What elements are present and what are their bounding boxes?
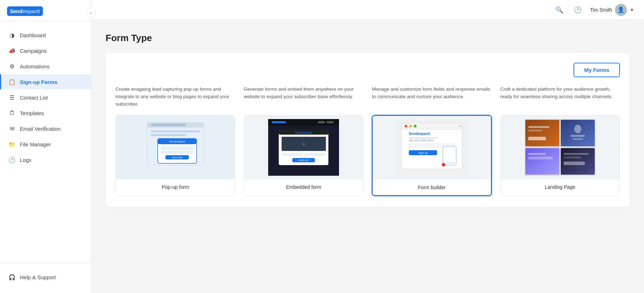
search-icon[interactable]: 🔍 (553, 4, 565, 16)
svg-text:Sendimpactt: Sendimpactt (409, 132, 430, 136)
embedded-form-image: Sendimpactt ✉ SIGN UP (244, 115, 363, 179)
sidebar-item-label: File Manager (20, 141, 51, 147)
svg-rect-48 (528, 130, 542, 131)
svg-text:Sendimpactt: Sendimpactt (169, 140, 185, 143)
svg-point-50 (574, 125, 581, 133)
svg-rect-53 (528, 153, 546, 155)
svg-rect-2 (151, 124, 186, 126)
svg-text:✉: ✉ (303, 143, 305, 146)
svg-point-30 (409, 125, 412, 128)
svg-rect-46 (561, 148, 595, 175)
svg-rect-49 (528, 137, 546, 140)
logs-icon: 🕐 (9, 156, 16, 163)
svg-rect-23 (305, 153, 326, 156)
svg-rect-9 (161, 151, 193, 154)
landing-page-svg (525, 119, 595, 176)
sidebar-item-label: Email Verification (20, 126, 61, 132)
popup-form-description: Create enagaing lead capturing pop-up fo… (115, 86, 235, 108)
templates-icon: 🗒 (9, 109, 16, 117)
contact-list-icon: ☰ (9, 94, 16, 101)
svg-rect-57 (564, 162, 585, 165)
sidebar-item-campaigns[interactable]: 📣 Campaigns (0, 43, 91, 58)
page-title: Form Type (106, 33, 630, 44)
sidebar-item-label: Sign-up Forms (20, 79, 57, 85)
notifications-icon[interactable]: 🕐 (572, 4, 584, 16)
sidebar-item-file-manager[interactable]: 📁 File Manager (0, 137, 91, 152)
sidebar-item-label: Logs (20, 157, 32, 163)
popup-form-label: Pop-up form (116, 179, 235, 195)
form-builder-description: Manage and customize form fields and res… (372, 86, 492, 108)
landing-page-card[interactable]: Landing Page (500, 115, 620, 196)
svg-rect-15 (318, 121, 325, 123)
dropdown-arrow-icon: ▼ (630, 7, 634, 12)
my-forms-row: My Forms (115, 63, 620, 77)
my-forms-button[interactable]: My Forms (574, 63, 620, 77)
sidebar-item-logs[interactable]: 🕐 Logs (0, 152, 91, 167)
form-descriptions: Create enagaing lead capturing pop-up fo… (115, 86, 620, 108)
sidebar-item-help-support[interactable]: 🎧 Help & Support (9, 270, 83, 284)
landing-page-description: Craft a dedicated platform for your audi… (500, 86, 620, 108)
svg-rect-45 (525, 148, 559, 175)
popup-form-card[interactable]: Sendimpactt Subscribe Pop-up form (115, 115, 235, 196)
svg-rect-22 (282, 153, 303, 156)
logo-area: Sendimpactt (0, 0, 91, 21)
sidebar-nav: ◑ Dashboard 📣 Campaigns ⚙ Automations 📋 … (0, 21, 91, 263)
svg-point-31 (414, 125, 417, 128)
form-builder-image: ✕ Sendimpactt Sign up for SMS alerts (373, 116, 491, 180)
svg-text:Subscribe: Subscribe (171, 156, 182, 159)
popup-form-svg: Sendimpactt Subscribe (140, 119, 211, 176)
svg-rect-55 (564, 153, 588, 155)
svg-text:Sign up for SMS alerts: Sign up for SMS alerts (409, 139, 434, 142)
svg-rect-4 (151, 134, 186, 136)
signup-forms-icon: 📋 (9, 78, 16, 85)
sidebar-item-automations[interactable]: ⚙ Automations (0, 59, 91, 74)
embedded-form-card[interactable]: Sendimpactt ✉ SIGN UP Embedded fo (244, 115, 363, 196)
sidebar-item-contact-list[interactable]: ☰ Contact List (0, 90, 91, 105)
sidebar-item-email-verification[interactable]: ✉ Email Verification (0, 121, 91, 136)
form-builder-card[interactable]: ✕ Sendimpactt Sign up for SMS alerts (372, 115, 492, 196)
sidebar-item-label: Help & Support (20, 274, 56, 280)
sidebar-item-label: Campaigns (20, 48, 47, 54)
svg-rect-43 (525, 120, 559, 146)
svg-rect-47 (528, 126, 549, 128)
collapse-sidebar-button[interactable]: ‹ (86, 8, 96, 18)
svg-text:SIGN UP: SIGN UP (299, 159, 309, 162)
embedded-form-svg: Sendimpactt ✉ SIGN UP (268, 119, 339, 176)
sidebar-item-signup-forms[interactable]: 📋 Sign-up Forms (0, 74, 91, 89)
form-builder-label: Form builder (373, 180, 491, 195)
campaigns-icon: 📣 (9, 47, 16, 54)
logo: Sendimpactt (7, 6, 43, 16)
popup-form-preview: Sendimpactt Subscribe (116, 115, 235, 179)
page-content: Form Type My Forms Create enagaing lead … (91, 20, 644, 293)
sidebar-item-templates[interactable]: 🗒 Templates (0, 106, 91, 120)
help-support-icon: 🎧 (9, 274, 16, 281)
svg-rect-16 (327, 121, 334, 123)
main-content: 🔍 🕐 Tim Smith 👤 ▼ Form Type My Forms Cre… (91, 0, 644, 293)
username-label: Tim Smith (590, 7, 612, 13)
svg-text:Sendimpactt: Sendimpactt (295, 131, 312, 134)
form-type-container: My Forms Create enagaing lead capturing … (106, 53, 630, 207)
svg-rect-56 (564, 157, 581, 158)
automations-icon: ⚙ (9, 63, 16, 70)
svg-point-41 (442, 163, 445, 167)
svg-rect-34 (409, 137, 437, 139)
avatar: 👤 (615, 4, 627, 16)
svg-text:✕: ✕ (458, 124, 461, 128)
sidebar-item-label: Templates (20, 110, 44, 116)
email-verification-icon: ✉ (9, 125, 16, 132)
file-manager-icon: 📁 (9, 141, 16, 148)
user-menu[interactable]: Tim Smith 👤 ▼ (590, 4, 634, 16)
sidebar-item-label: Contact List (20, 95, 48, 101)
svg-rect-38 (444, 148, 455, 162)
sidebar-item-dashboard[interactable]: ◑ Dashboard (0, 28, 91, 43)
svg-rect-8 (161, 147, 193, 150)
header: 🔍 🕐 Tim Smith 👤 ▼ (91, 0, 644, 20)
svg-rect-54 (528, 157, 553, 159)
svg-rect-3 (151, 130, 200, 133)
svg-point-29 (405, 125, 407, 128)
embedded-form-description: Generate forms and embed them anywhere o… (244, 86, 363, 108)
sidebar-item-label: Automations (20, 63, 49, 69)
svg-rect-14 (272, 121, 286, 123)
sidebar: Sendimpactt ‹ ◑ Dashboard 📣 Campaigns ⚙ … (0, 0, 91, 293)
form-builder-svg: ✕ Sendimpactt Sign up for SMS alerts (396, 119, 467, 176)
